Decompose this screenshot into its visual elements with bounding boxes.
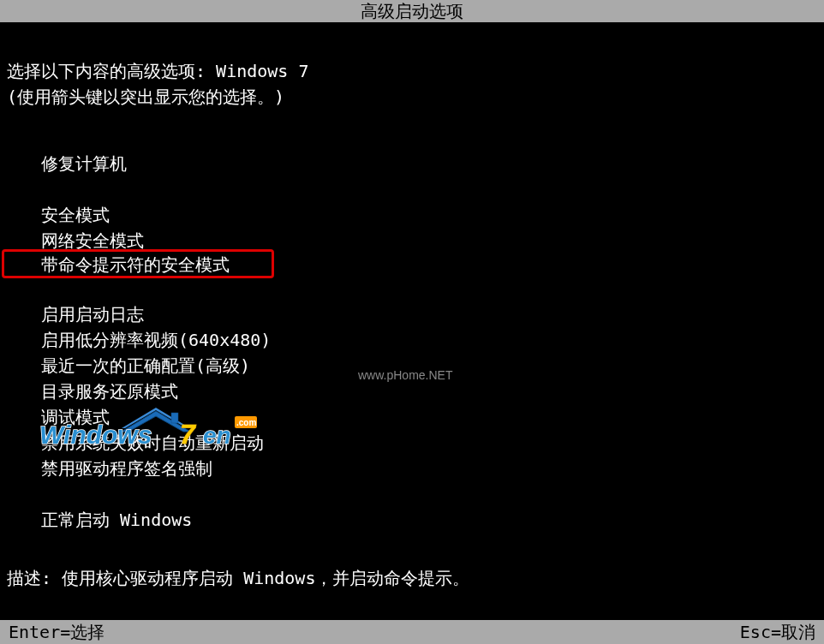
os-name: Windows 7: [216, 61, 308, 81]
spacer: [41, 176, 824, 202]
watermark-windows7en-logo: Windows 7 en .com: [36, 408, 259, 450]
footer-bar: Enter=选择 Esc=取消: [0, 620, 824, 644]
menu-dsrm[interactable]: 目录服务还原模式: [41, 379, 824, 404]
intro-hint: (使用箭头键以突出显示您的选择。): [7, 84, 824, 110]
logo-dotcom-text: .com: [236, 418, 256, 427]
boot-menu[interactable]: 修复计算机 安全模式 网络安全模式 带命令提示符的安全模式 启用启动日志 启用低…: [41, 151, 824, 533]
footer-esc: Esc=取消: [740, 621, 815, 644]
menu-safe-mode-network[interactable]: 网络安全模式: [41, 228, 824, 253]
description-prefix: 描述:: [7, 568, 62, 588]
menu-safe-mode-cmd-wrapper[interactable]: 带命令提示符的安全模式: [0, 252, 824, 277]
logo-text-windows: Windows: [39, 420, 152, 449]
menu-normal-start[interactable]: 正常启动 Windows: [41, 507, 824, 533]
intro-prefix: 选择以下内容的高级选项:: [7, 61, 216, 81]
windows7en-logo-svg: Windows 7 en .com: [36, 408, 259, 450]
menu-repair-computer[interactable]: 修复计算机: [41, 151, 824, 176]
menu-low-res[interactable]: 启用低分辨率视频(640x480): [41, 327, 824, 353]
menu-safe-mode[interactable]: 安全模式: [41, 202, 824, 228]
title-bar: 高级启动选项: [0, 0, 824, 22]
logo-text-7: 7: [180, 419, 197, 450]
footer-enter: Enter=选择: [9, 621, 104, 644]
menu-boot-log[interactable]: 启用启动日志: [41, 301, 824, 327]
menu-safe-mode-cmd[interactable]: 带命令提示符的安全模式: [41, 252, 824, 277]
intro-line1: 选择以下内容的高级选项: Windows 7: [7, 58, 824, 84]
watermark-phome: www.pHome.NET: [358, 368, 452, 382]
spacer: [41, 276, 824, 301]
menu-disable-driver-sig[interactable]: 禁用驱动程序签名强制: [41, 456, 824, 481]
content-area: 选择以下内容的高级选项: Windows 7 (使用箭头键以突出显示您的选择。)…: [0, 58, 824, 591]
logo-text-en: en: [203, 422, 231, 449]
description-line: 描述: 使用核心驱动程序启动 Windows，并启动命令提示。: [7, 565, 824, 591]
description-text: 使用核心驱动程序启动 Windows，并启动命令提示。: [62, 568, 469, 588]
title-text: 高级启动选项: [361, 1, 463, 21]
svg-rect-0: [171, 413, 178, 423]
spacer: [41, 481, 824, 507]
